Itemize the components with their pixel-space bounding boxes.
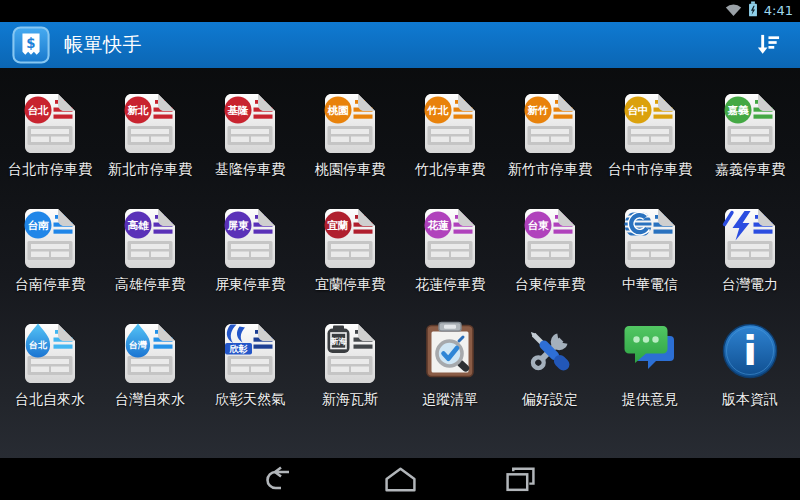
tile-tracking-list[interactable]: 追蹤清單: [400, 315, 500, 430]
about-icon: i: [718, 319, 782, 383]
tile-label: 中華電信: [622, 276, 678, 294]
svg-text:$: $: [26, 36, 35, 51]
svg-text:台東: 台東: [528, 219, 550, 231]
home-button[interactable]: [378, 462, 422, 496]
tile-label: 屏東停車費: [215, 276, 285, 294]
taipei-water-icon: 台北: [18, 319, 82, 383]
battery-charging-icon: [748, 1, 758, 21]
tile-pingtung-parking[interactable]: 屏東屏東停車費: [200, 200, 300, 315]
svg-text:台南: 台南: [28, 219, 50, 231]
tile-label: 台北市停車費: [8, 161, 92, 179]
chiayi-parking-icon: 嘉義: [718, 89, 782, 153]
svg-text:台灣: 台灣: [129, 340, 147, 350]
bill-receipt-icon: $: [12, 26, 50, 64]
tile-taichung-city-parking[interactable]: 台中台中市停車費: [600, 85, 700, 200]
app-bar: $ 帳單快手: [0, 22, 800, 68]
tile-label: 竹北停車費: [415, 161, 485, 179]
tile-label: 基隆停車費: [215, 161, 285, 179]
tile-zhubei-parking[interactable]: 竹北竹北停車費: [400, 85, 500, 200]
svg-text:竹北: 竹北: [427, 104, 450, 116]
preferences-icon: [518, 319, 582, 383]
tile-label: 欣彰天然氣: [215, 391, 285, 409]
back-button[interactable]: [258, 462, 302, 496]
taitung-parking-icon: 台東: [518, 204, 582, 268]
svg-text:台中: 台中: [628, 104, 649, 116]
tile-hualien-parking[interactable]: 花蓮花蓮停車費: [400, 200, 500, 315]
tile-taoyuan-parking[interactable]: 桃園桃園停車費: [300, 85, 400, 200]
taipei-city-parking-icon: 台北: [18, 89, 82, 153]
chunghwa-telecom-icon: [618, 204, 682, 268]
back-icon: [263, 466, 297, 492]
tile-taipei-city-parking[interactable]: 台北台北市停車費: [0, 85, 100, 200]
svg-text:新竹: 新竹: [527, 104, 550, 116]
tile-tainan-parking[interactable]: 台南台南停車費: [0, 200, 100, 315]
svg-text:桃園: 桃園: [327, 104, 349, 116]
tile-label: 台中市停車費: [608, 161, 692, 179]
tile-chiayi-parking[interactable]: 嘉義嘉義停車費: [700, 85, 800, 200]
clock-text: 4:41: [764, 0, 793, 22]
tile-label: 追蹤清單: [422, 391, 478, 409]
hsinchu-city-parking-icon: 新竹: [518, 89, 582, 153]
app-grid: 台北台北市停車費新北新北市停車費基隆基隆停車費桃園桃園停車費竹北竹北停車費新竹新…: [0, 68, 800, 458]
tile-label: 台灣自來水: [115, 391, 185, 409]
tracking-list-icon: [418, 319, 482, 383]
tile-taiwan-power[interactable]: 台灣電力: [700, 200, 800, 315]
tile-new-taipei-parking[interactable]: 新北新北市停車費: [100, 85, 200, 200]
home-icon: [384, 466, 417, 493]
tile-label: 台東停車費: [515, 276, 585, 294]
tainan-parking-icon: 台南: [18, 204, 82, 268]
tile-yilan-parking[interactable]: 宜蘭宜蘭停車費: [300, 200, 400, 315]
taiwan-power-icon: [718, 204, 782, 268]
yilan-parking-icon: 宜蘭: [318, 204, 382, 268]
tile-chunghwa-telecom[interactable]: 中華電信: [600, 200, 700, 315]
svg-text:i: i: [743, 328, 757, 374]
new-taipei-parking-icon: 新北: [118, 89, 182, 153]
tile-label: 高雄停車費: [115, 276, 185, 294]
pingtung-parking-icon: 屏東: [218, 204, 282, 268]
svg-text:宜蘭: 宜蘭: [327, 219, 349, 231]
tile-label: 提供意見: [622, 391, 678, 409]
tile-feedback[interactable]: 提供意見: [600, 315, 700, 430]
keelung-parking-icon: 基隆: [218, 89, 282, 153]
hsin-chang-gas-icon: 欣彰: [218, 319, 282, 383]
hualien-parking-icon: 花蓮: [418, 204, 482, 268]
tile-label: 版本資訊: [722, 391, 778, 409]
tile-label: 新海瓦斯: [322, 391, 378, 409]
svg-text:嘉義: 嘉義: [728, 104, 750, 116]
tile-taipei-water[interactable]: 台北台北自來水: [0, 315, 100, 430]
tile-kaohsiung-parking[interactable]: 高雄高雄停車費: [100, 200, 200, 315]
svg-text:欣彰: 欣彰: [229, 344, 249, 354]
tile-hsinchu-city-parking[interactable]: 新竹新竹市停車費: [500, 85, 600, 200]
sort-button[interactable]: [744, 24, 790, 66]
tile-taiwan-water[interactable]: 台灣台灣自來水: [100, 315, 200, 430]
tile-label: 台灣電力: [722, 276, 778, 294]
tile-label: 台北自來水: [15, 391, 85, 409]
page-title: 帳單快手: [64, 32, 142, 58]
kaohsiung-parking-icon: 高雄: [118, 204, 182, 268]
tile-shin-hai-gas[interactable]: 新海新海瓦斯: [300, 315, 400, 430]
tile-hsin-chang-gas[interactable]: 欣彰欣彰天然氣: [200, 315, 300, 430]
tile-preferences[interactable]: 偏好設定: [500, 315, 600, 430]
tile-label: 台南停車費: [15, 276, 85, 294]
svg-text:台北: 台北: [29, 340, 48, 350]
tile-label: 嘉義停車費: [715, 161, 785, 179]
tile-label: 桃園停車費: [315, 161, 385, 179]
tile-label: 偏好設定: [522, 391, 578, 409]
tile-taitung-parking[interactable]: 台東台東停車費: [500, 200, 600, 315]
tile-label: 宜蘭停車費: [315, 276, 385, 294]
taoyuan-parking-icon: 桃園: [318, 89, 382, 153]
shin-hai-gas-icon: 新海: [318, 319, 382, 383]
home-screen-background: 4:41 $ 帳單快手 台北台北市停車費新北新北市停車費基隆基隆停車費桃園桃園停…: [0, 0, 800, 500]
status-bar: 4:41: [0, 0, 800, 22]
tile-about[interactable]: i版本資訊: [700, 315, 800, 430]
svg-text:新海: 新海: [330, 336, 347, 346]
svg-text:基隆: 基隆: [227, 104, 250, 116]
svg-text:花蓮: 花蓮: [427, 219, 450, 231]
navigation-bar: [0, 458, 800, 500]
taiwan-water-icon: 台灣: [118, 319, 182, 383]
svg-text:屏東: 屏東: [227, 219, 250, 231]
recents-button[interactable]: [498, 462, 542, 496]
taichung-city-parking-icon: 台中: [618, 89, 682, 153]
tile-keelung-parking[interactable]: 基隆基隆停車費: [200, 85, 300, 200]
tile-label: 新北市停車費: [108, 161, 192, 179]
